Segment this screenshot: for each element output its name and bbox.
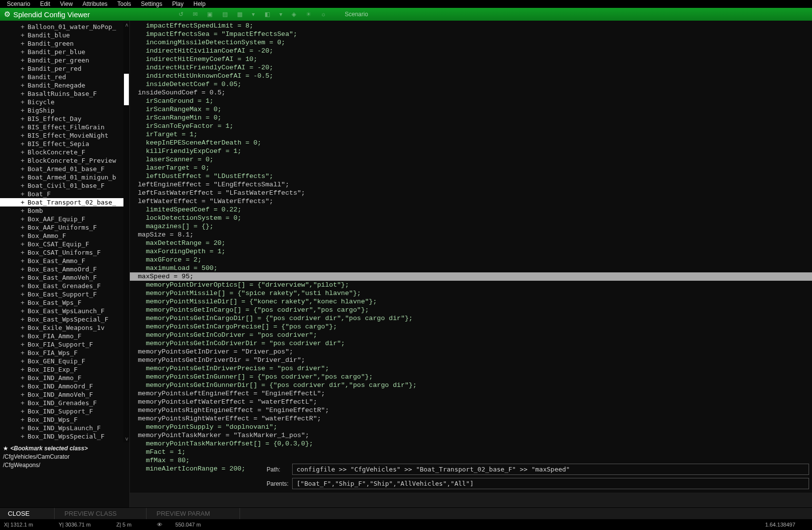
tree-item[interactable]: Box_CSAT_Equip_F bbox=[0, 240, 129, 248]
code-line[interactable]: memoryPointsRightEngineEffect = "EngineE… bbox=[130, 406, 812, 414]
menu-play[interactable]: Play bbox=[167, 0, 188, 7]
path-value[interactable]: configfile >> "CfgVehicles" >> "Boat_Tra… bbox=[292, 464, 809, 475]
code-line[interactable]: memoryPointMissileDir[] = {"konec rakety… bbox=[130, 297, 812, 306]
code-line[interactable]: memoryPointsGetInGunner[] = {"pos codriv… bbox=[130, 373, 812, 381]
tree-item[interactable]: Box_East_Grenades_F bbox=[0, 282, 129, 290]
code-line[interactable]: magazines[] = {}; bbox=[130, 222, 812, 231]
close-button[interactable]: CLOSE bbox=[0, 508, 55, 519]
code-line[interactable]: memoryPointsGetInCargoPrecise[] = {"pos … bbox=[130, 323, 812, 331]
tree-item[interactable]: Box_IND_Ammo_F bbox=[0, 374, 129, 382]
tree-item[interactable]: Box_East_AmmoVeh_F bbox=[0, 273, 129, 282]
tree-item[interactable]: BIS_Effect_MovieNight bbox=[0, 131, 129, 140]
scenario-dropdown[interactable]: Scenario bbox=[345, 11, 368, 18]
menu-attributes[interactable]: Attributes bbox=[78, 0, 113, 7]
scroll-down-icon[interactable]: ᐯ bbox=[123, 437, 129, 442]
code-line[interactable]: insideDetectCoef = 0.05; bbox=[130, 80, 812, 88]
tree-item[interactable]: Box_East_Support_F bbox=[0, 290, 129, 298]
tree-item[interactable]: Boat_Civil_01_base_F bbox=[0, 181, 129, 190]
code-line[interactable]: memoryPointsLeftEngineEffect = "EngineEf… bbox=[130, 389, 812, 398]
tree-item[interactable]: Box_CSAT_Uniforms_F bbox=[0, 248, 129, 257]
code-line[interactable]: memoryPointsGetInDriver = "Driver_pos"; bbox=[130, 348, 812, 356]
code-line[interactable]: indirectHitCivilianCoefAI = -20; bbox=[130, 47, 812, 55]
tree-item[interactable]: BigShip bbox=[0, 106, 129, 115]
code-line[interactable]: impactEffectsSea = "ImpactEffectsSea"; bbox=[130, 30, 812, 38]
menu-scenario[interactable]: Scenario bbox=[2, 0, 35, 7]
tree-item[interactable]: Balloon_01_water_NoPop_ bbox=[0, 23, 129, 31]
tree-item[interactable]: Box_IND_Wps_F bbox=[0, 415, 129, 424]
parents-value[interactable]: ["Boat_F","Ship_F","Ship","AllVehicles",… bbox=[292, 478, 809, 489]
code-line[interactable]: indirectHitUnknownCoefAI = -0.5; bbox=[130, 72, 812, 80]
tree-item[interactable]: Box_IND_Grenades_F bbox=[0, 399, 129, 407]
tree-item[interactable]: BlockConcrete_F_Preview bbox=[0, 156, 129, 165]
code-line[interactable]: maxGForce = 2; bbox=[130, 256, 812, 264]
tree-item[interactable]: Bicycle bbox=[0, 98, 129, 106]
tree-item[interactable]: Box_IND_AmmoOrd_F bbox=[0, 382, 129, 390]
code-line[interactable]: irScanToEyeFactor = 1; bbox=[130, 122, 812, 130]
config-code-view[interactable]: impactEffectSpeedLimit = 8; impactEffect… bbox=[130, 21, 812, 493]
code-line[interactable]: memoryPointsGetInCoDriverDir = "pos codr… bbox=[130, 339, 812, 348]
tree-item[interactable]: Box_AAF_Uniforms_F bbox=[0, 223, 129, 232]
code-line[interactable]: keepInEPESceneAfterDeath = 0; bbox=[130, 139, 812, 147]
code-line[interactable]: memoryPointTaskMarkerOffset[] = {0,0.3,0… bbox=[130, 440, 812, 448]
code-line[interactable]: incomingMissileDetectionSystem = 0; bbox=[130, 38, 812, 47]
tree-item[interactable]: Box_AAF_Equip_F bbox=[0, 215, 129, 223]
tree-item[interactable]: Box_IED_Exp_F bbox=[0, 365, 129, 374]
code-line[interactable]: leftEngineEffect = "LEngEffectsSmall"; bbox=[130, 180, 812, 189]
code-line[interactable]: memoryPointsGetInDriverDir = "Driver_dir… bbox=[130, 356, 812, 364]
tree-item[interactable]: Box_IND_WpsSpecial_F bbox=[0, 432, 129, 441]
code-line[interactable]: leftFastWaterEffect = "LFastWaterEffects… bbox=[130, 189, 812, 197]
code-line[interactable]: maxDetectRange = 20; bbox=[130, 239, 812, 247]
tree-item[interactable]: Box_East_WpsLaunch_F bbox=[0, 307, 129, 315]
tree-item[interactable]: Box_IND_Support_F bbox=[0, 407, 129, 415]
code-line[interactable]: lockDetectionSystem = 0; bbox=[130, 214, 812, 222]
code-line[interactable]: leftDustEffect = "LDustEffects"; bbox=[130, 172, 812, 180]
tree-item[interactable]: Boat_Armed_01_base_F bbox=[0, 165, 129, 173]
tree-item[interactable]: BIS_Effect_FilmGrain bbox=[0, 123, 129, 131]
code-line[interactable]: memoryPointsLeftWaterEffect = "waterEffe… bbox=[130, 398, 812, 406]
tree-item[interactable]: Box_IND_WpsLaunch_F bbox=[0, 424, 129, 432]
scroll-up-icon[interactable]: ᐱ bbox=[123, 23, 129, 29]
code-line[interactable]: memoryPointsRightWaterEffect = "waterEff… bbox=[130, 414, 812, 423]
code-line[interactable]: irTarget = 1; bbox=[130, 130, 812, 139]
code-line[interactable]: maxFordingDepth = 1; bbox=[130, 247, 812, 256]
tree-item[interactable]: Bandit_per_blue bbox=[0, 48, 129, 56]
code-line[interactable]: memoryPointsGetInDriverPrecise = "pos dr… bbox=[130, 364, 812, 373]
code-line[interactable]: memoryPointsGetInCargo[] = {"pos codrive… bbox=[130, 306, 812, 314]
tree-item[interactable]: Box_FIA_Ammo_F bbox=[0, 332, 129, 340]
tree-item[interactable]: Bandit_blue bbox=[0, 31, 129, 39]
code-line[interactable]: memoryPointSupply = "doplnovani"; bbox=[130, 423, 812, 431]
tree-item[interactable]: BIS_Effect_Day bbox=[0, 115, 129, 123]
bookmark-item[interactable]: /CfgWeapons/ bbox=[3, 461, 126, 470]
code-line[interactable]: maxSpeed = 95; bbox=[130, 272, 812, 281]
preview-class-button[interactable]: PREVIEW CLASS bbox=[55, 508, 147, 519]
code-line[interactable]: mFact = 1; bbox=[130, 448, 812, 456]
tree-item[interactable]: Box_East_AmmoOrd_F bbox=[0, 265, 129, 273]
code-line[interactable]: laserTarget = 0; bbox=[130, 164, 812, 172]
menu-edit[interactable]: Edit bbox=[35, 0, 55, 7]
code-line[interactable]: irScanGround = 1; bbox=[130, 97, 812, 105]
code-line[interactable]: impactEffectSpeedLimit = 8; bbox=[130, 22, 812, 30]
menu-help[interactable]: Help bbox=[188, 0, 211, 7]
bookmark-title[interactable]: <Bookmark selected class> bbox=[10, 445, 88, 452]
tree-item[interactable]: Bandit_Renegade bbox=[0, 81, 129, 89]
tree-item[interactable]: BIS_Effect_Sepia bbox=[0, 140, 129, 148]
code-line[interactable]: indirectHitFriendlyCoefAI = -20; bbox=[130, 63, 812, 72]
tree-item[interactable]: Bandit_green bbox=[0, 39, 129, 48]
tree-item[interactable]: Box_East_Wps_F bbox=[0, 298, 129, 307]
code-line[interactable]: killFriendlyExpCoef = 1; bbox=[130, 147, 812, 155]
tree-item[interactable]: Boat_F bbox=[0, 190, 129, 198]
code-line[interactable]: memoryPointTaskMarker = "TaskMarker_1_po… bbox=[130, 431, 812, 440]
tree-item[interactable]: Box_GEN_Equip_F bbox=[0, 357, 129, 365]
code-line[interactable]: irScanRangeMax = 0; bbox=[130, 105, 812, 114]
code-line[interactable]: memoryPointsGetInCoDriver = "pos codrive… bbox=[130, 331, 812, 339]
preview-param-button[interactable]: PREVIEW PARAM bbox=[147, 508, 240, 519]
tree-scrollbar[interactable]: ᐱ ᐯ bbox=[123, 23, 129, 442]
code-line[interactable]: maximumLoad = 500; bbox=[130, 264, 812, 272]
toolbar-icons[interactable]: ↺ ✉ ▣ ▤ ▦ ▾ ◧ ▾ ◈ ☀ ☼ bbox=[179, 11, 330, 18]
code-line[interactable]: irScanRangeMin = 0; bbox=[130, 114, 812, 122]
tree-item[interactable]: Bandit_per_green bbox=[0, 56, 129, 64]
tree-item[interactable]: Box_Ammo_F bbox=[0, 232, 129, 240]
code-line[interactable]: leftWaterEffect = "LWaterEffects"; bbox=[130, 197, 812, 206]
tree-item[interactable]: Box_East_WpsSpecial_F bbox=[0, 315, 129, 324]
tree-item[interactable]: Boat_Transport_02_base_ bbox=[0, 198, 129, 206]
